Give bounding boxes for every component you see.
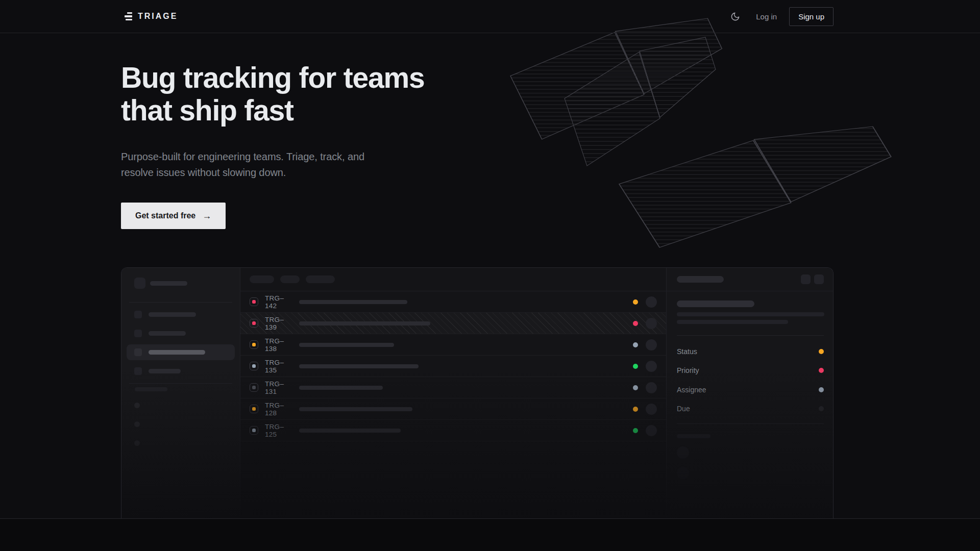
issue-id: TRG–135 — [265, 359, 292, 374]
issue-title-skeleton — [299, 407, 412, 411]
sidebar-divider — [129, 302, 232, 303]
list-tab-skeleton — [306, 276, 335, 283]
detail-field-row: Assignee — [677, 380, 824, 399]
detail-field-row: Priority — [677, 361, 824, 381]
get-started-button[interactable]: Get started free → — [121, 203, 226, 229]
nav-divider — [0, 33, 980, 33]
detail-field-dot — [819, 387, 824, 392]
issue-title-skeleton — [299, 343, 394, 347]
sign-up-button[interactable]: Sign up — [789, 7, 834, 26]
detail-header-buttons — [801, 274, 824, 284]
issue-type-icon — [250, 340, 258, 349]
detail-field-dot — [819, 406, 824, 411]
footer-band — [0, 518, 980, 551]
issue-id: TRG–139 — [265, 316, 292, 331]
issue-avatar-skeleton — [646, 382, 657, 393]
list-tab-skeleton — [280, 276, 300, 283]
hero-title: Bug tracking for teams that ship fast — [121, 61, 424, 127]
workspace-name-skeleton — [150, 281, 187, 286]
detail-text-skeleton — [677, 312, 824, 316]
issue-id: TRG–128 — [265, 402, 292, 417]
moon-icon — [730, 12, 740, 21]
sidebar-item-icon-skeleton — [134, 330, 142, 337]
sidebar-item-icon-skeleton — [134, 367, 142, 375]
get-started-label: Get started free — [135, 211, 195, 220]
detail-field-label: Due — [677, 405, 690, 413]
brand-logo[interactable]: TRIAGE — [121, 12, 178, 21]
sidebar-item-skeleton — [127, 363, 235, 379]
sidebar-item-icon-skeleton — [134, 348, 142, 356]
product-mock-window: TRG–142TRG–139TRG–138TRG–135TRG–131TRG–1… — [121, 267, 834, 518]
issue-title-skeleton — [299, 321, 430, 325]
issue-title-skeleton — [299, 364, 419, 368]
issue-row: TRG–125 — [240, 420, 666, 441]
issue-rows: TRG–142TRG–139TRG–138TRG–135TRG–131TRG–1… — [240, 291, 666, 441]
mock-issue-list: TRG–142TRG–139TRG–138TRG–135TRG–131TRG–1… — [240, 268, 667, 518]
issue-type-icon — [250, 426, 258, 435]
issue-avatar-skeleton — [646, 361, 657, 372]
issue-id: TRG–131 — [265, 380, 292, 395]
sidebar-dot-skeleton — [134, 421, 140, 427]
issue-avatar-skeleton — [646, 339, 657, 350]
detail-field-row: Status — [677, 342, 824, 361]
issue-row: TRG–131 — [240, 377, 666, 398]
sidebar-nav-skeleton — [127, 307, 235, 382]
brand-name: TRIAGE — [138, 12, 178, 21]
detail-text-skeleton — [677, 320, 788, 324]
detail-field-dot — [819, 349, 824, 354]
issue-status-dot — [633, 364, 638, 369]
detail-field-dot — [819, 368, 824, 373]
issue-list-header — [240, 268, 666, 291]
hero-title-line2: that ship fast — [121, 94, 424, 127]
issue-row: TRG–138 — [240, 334, 666, 356]
issue-type-icon — [250, 319, 258, 328]
workspace-icon-skeleton — [134, 278, 145, 289]
detail-field-label: Status — [677, 347, 697, 356]
detail-avatar-skeleton — [677, 446, 689, 459]
mock-sidebar — [121, 268, 240, 518]
sidebar-item-label-skeleton — [149, 331, 186, 336]
arrow-right-icon: → — [202, 211, 211, 220]
wireframe-decoration — [0, 0, 980, 276]
issue-id: TRG–142 — [265, 294, 292, 310]
issue-title-skeleton — [299, 386, 383, 390]
log-in-link[interactable]: Log in — [756, 12, 777, 21]
issue-type-icon — [250, 383, 258, 392]
detail-divider — [677, 423, 824, 424]
detail-section-skeleton — [677, 434, 710, 438]
issue-status-dot — [633, 428, 638, 433]
sidebar-dot-skeleton — [134, 403, 140, 408]
issue-status-dot — [633, 321, 638, 326]
hero-subtitle: Purpose-built for engineering teams. Tri… — [121, 149, 397, 180]
detail-field-row: Due — [677, 399, 824, 419]
issue-status-dot — [633, 407, 638, 412]
issue-type-icon — [250, 405, 258, 413]
sidebar-item-icon-skeleton — [134, 311, 142, 318]
sidebar-item-label-skeleton — [149, 350, 205, 355]
issue-row: TRG–128 — [240, 398, 666, 420]
detail-header-skeleton — [677, 276, 724, 283]
sidebar-item-label-skeleton — [149, 369, 181, 373]
hero-title-line1: Bug tracking for teams — [121, 61, 424, 94]
issue-title-skeleton — [299, 429, 401, 433]
detail-divider — [677, 335, 824, 336]
detail-field-label: Priority — [677, 366, 699, 374]
issue-status-dot — [633, 299, 638, 305]
detail-header — [667, 268, 833, 291]
sidebar-item-label-skeleton — [149, 312, 196, 317]
issue-id: TRG–138 — [265, 337, 292, 353]
issue-avatar-skeleton — [646, 318, 657, 329]
issue-avatar-skeleton — [646, 425, 657, 436]
sidebar-item-skeleton — [127, 344, 235, 360]
nav-actions: Log in Sign up — [726, 7, 834, 26]
issue-row: TRG–139 — [240, 313, 666, 334]
theme-toggle-button[interactable] — [726, 8, 744, 25]
list-tab-skeleton — [250, 276, 274, 283]
issue-status-dot — [633, 385, 638, 390]
sidebar-dot-skeleton — [134, 440, 140, 446]
detail-action-skeleton — [814, 274, 824, 284]
detail-action-skeleton — [801, 274, 811, 284]
sidebar-divider — [129, 383, 232, 384]
issue-row: TRG–135 — [240, 356, 666, 377]
issue-title-skeleton — [299, 300, 407, 304]
